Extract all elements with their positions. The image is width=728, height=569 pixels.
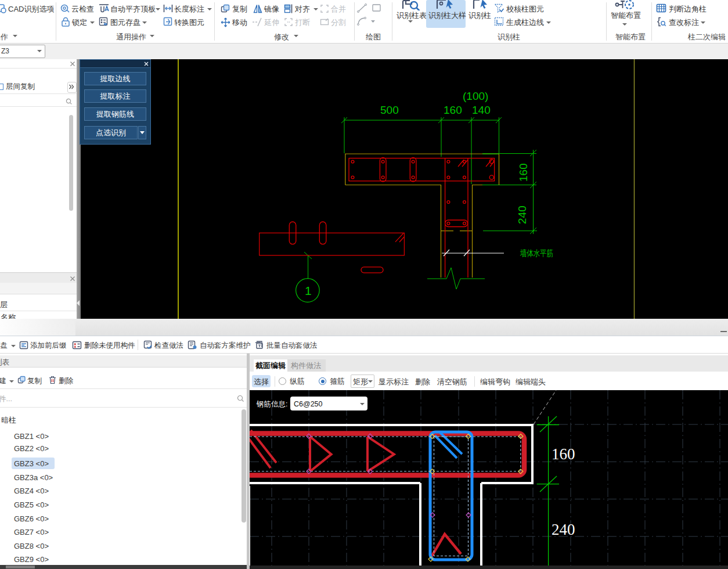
svg-text:240: 240 xyxy=(516,206,528,224)
svg-text:500: 500 xyxy=(380,104,399,116)
svg-text:160: 160 xyxy=(552,445,575,463)
svg-text:140: 140 xyxy=(472,104,491,116)
svg-text:墙体水平筋: 墙体水平筋 xyxy=(520,249,553,258)
svg-text:1: 1 xyxy=(305,284,312,297)
svg-text:240: 240 xyxy=(552,521,575,538)
svg-text:160: 160 xyxy=(444,104,462,116)
svg-text:160: 160 xyxy=(517,163,529,182)
svg-text:(100): (100) xyxy=(463,90,488,102)
